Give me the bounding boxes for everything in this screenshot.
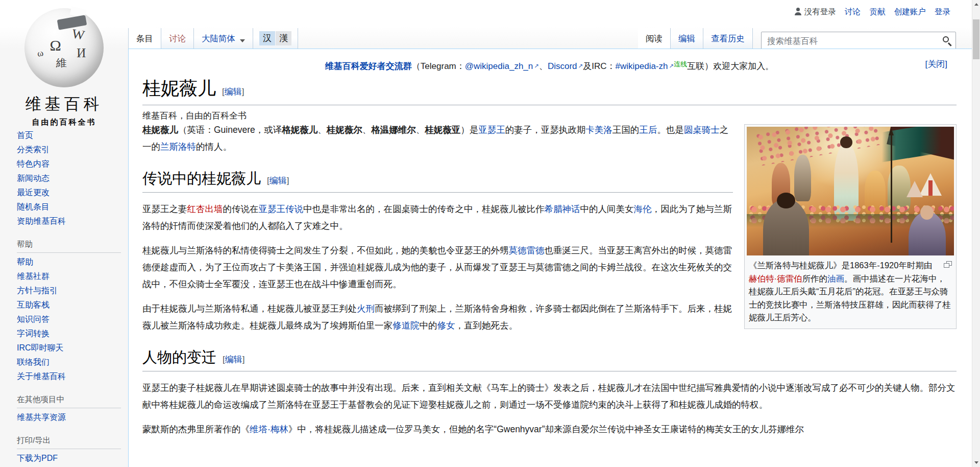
sidebar-item-donate[interactable]: 资助维基百科 <box>0 215 128 229</box>
text-link[interactable]: @wikipedia_zh_n <box>465 61 539 71</box>
text-link[interactable]: 亚瑟王传说 <box>259 204 304 214</box>
text-run: ，直到她死去。 <box>455 320 518 331</box>
text-run: ）是 <box>460 125 478 135</box>
text-run: （英语：Guinevere，或译 <box>178 125 282 135</box>
text-run: 中的 <box>420 320 437 331</box>
sidebar-item-community-portal[interactable]: 维基社群 <box>0 270 128 284</box>
tab-history[interactable]: 查看历史 <box>703 28 753 49</box>
search-icon[interactable] <box>943 36 949 42</box>
scrollbar-up-arrow[interactable] <box>972 0 980 9</box>
text-link[interactable]: 红杏出墙 <box>187 204 223 214</box>
expand-icon[interactable] <box>944 261 952 268</box>
sidebar-item-current-events[interactable]: 新闻动态 <box>0 172 128 186</box>
scrollbar-thumb[interactable] <box>973 19 979 59</box>
text-run: 的妻子，亚瑟执政期 <box>505 125 586 135</box>
text-run: 桂妮薇亚 <box>425 125 460 135</box>
text-link[interactable]: 维塔·梅林 <box>250 424 288 434</box>
painting-spear <box>891 134 892 243</box>
sidebar: 首页 分类索引 特色内容 新闻动态 最近更改 随机条目 资助维基百科 帮助 帮助… <box>0 129 128 467</box>
page-title: 桂妮薇儿[编辑] <box>142 76 957 105</box>
globe-glyph: ω <box>36 47 44 59</box>
edit-link[interactable]: 编辑 <box>270 176 287 185</box>
personal-create-account[interactable]: 创建账户 <box>894 7 926 16</box>
edit-section-title: [编辑] <box>222 87 244 97</box>
tab-variant-buttons: 汉 漢 <box>253 28 298 49</box>
text-run: 》中，将桂妮薇儿描述成一位罗马美女，但她的名字“Gwenhyvar”却来源自爱尔… <box>288 424 804 434</box>
tab-edit[interactable]: 编辑 <box>671 28 703 49</box>
section-heading-legend: 传说中的桂妮薇儿[编辑] <box>142 169 733 193</box>
sidebar-item-contact-us[interactable]: 联络我们 <box>0 356 128 370</box>
search-input[interactable] <box>761 32 956 51</box>
text-run: 中的人间美女 <box>580 204 634 214</box>
sidebar-item-home[interactable]: 首页 <box>0 129 128 143</box>
sidebar-item-help[interactable]: 帮助 <box>0 255 128 270</box>
scrollbar-down-arrow[interactable] <box>972 458 980 467</box>
search-box <box>761 32 956 51</box>
text-link[interactable]: 油画 <box>827 274 844 283</box>
text-run: 及IRC： <box>583 61 615 71</box>
personal-contributions[interactable]: 贡献 <box>869 7 885 16</box>
edit-link[interactable]: 编辑 <box>225 355 242 364</box>
tab-talk[interactable]: 讨论 <box>161 28 194 49</box>
personal-login[interactable]: 登录 <box>935 7 950 16</box>
text-run: 王国的 <box>612 125 640 135</box>
text-link[interactable]: 王后 <box>639 125 657 135</box>
text-run: 桂妮薇儿 <box>142 125 178 135</box>
text-link[interactable]: 海伦 <box>634 204 652 214</box>
personal-not-logged-in: 没有登录 <box>804 7 836 16</box>
tab-read[interactable]: 阅读 <box>638 28 671 49</box>
text-link[interactable]: 修道院 <box>393 320 420 331</box>
text-link[interactable]: 希腊神话 <box>545 204 580 214</box>
text-link[interactable]: Discord <box>548 61 583 71</box>
sidebar-item-random-article[interactable]: 随机条目 <box>0 200 128 215</box>
sidebar-item-recent-changes[interactable]: 最近更改 <box>0 186 128 200</box>
wikipedia-logo[interactable]: Ω W И 維 ω 维基百科 自由的百科全书 <box>0 0 128 127</box>
page-tabs-left: 条目 讨论 大陆简体 汉 漢 <box>128 28 298 49</box>
sidebar-item-category-index[interactable]: 分类索引 <box>0 143 128 157</box>
sidebar-item-reference-desk[interactable]: 知识问答 <box>0 313 128 327</box>
variant-hans-button[interactable]: 汉 <box>259 31 275 45</box>
edit-link[interactable]: 编辑 <box>225 87 242 97</box>
sidebar-item-village-pump[interactable]: 互助客栈 <box>0 298 128 313</box>
tab-variant-dropdown[interactable]: 大陆简体 <box>194 28 253 49</box>
sidebar-item-download-pdf[interactable]: 下载为PDF <box>0 452 128 466</box>
article-content: 维基百科爱好者交流群（Telegram：@wikipedia_zh_n、Disc… <box>128 49 972 467</box>
text-link[interactable]: 亚瑟王 <box>478 125 505 135</box>
text-run: （Telegram： <box>412 61 465 71</box>
wikipedia-globe-icon: Ω W И 維 ω <box>24 8 104 87</box>
text-link[interactable]: #wikipedia-zh <box>615 61 674 71</box>
tab-article[interactable]: 条目 <box>128 28 161 49</box>
sidebar-item-wikimedia-commons[interactable]: 维基共享资源 <box>0 411 128 425</box>
vertical-scrollbar[interactable] <box>972 0 980 467</box>
personal-talk[interactable]: 讨论 <box>845 7 861 16</box>
text-link[interactable]: 火刑 <box>357 303 375 314</box>
bracket: ] <box>242 355 245 364</box>
text-run: 连线 <box>674 60 687 68</box>
sidebar-item-policies[interactable]: 方针与指引 <box>0 284 128 298</box>
thumbnail-box: 《兰斯洛特与桂妮薇儿》是1863年-1920年时期由赫伯特·德雷伯所作的油画。画… <box>744 124 957 329</box>
page-title-text: 桂妮薇儿 <box>142 78 216 99</box>
globe-glyph: Ω <box>50 37 61 54</box>
section-heading-text: 人物的变迁 <box>142 349 216 365</box>
sidebar-item-featured-content[interactable]: 特色内容 <box>0 157 128 172</box>
text-run: 中也是非常出名的，在圆桌骑士的传奇之中，桂妮薇儿被比作 <box>303 204 545 214</box>
text-link[interactable]: 兰斯洛特 <box>160 142 196 152</box>
article-image[interactable] <box>747 127 954 255</box>
text-link[interactable]: 莫德雷德 <box>509 245 545 255</box>
text-link[interactable]: 圆桌骑士 <box>684 125 720 135</box>
variant-hant-button[interactable]: 漢 <box>276 31 291 45</box>
banner-close-link[interactable]: [关闭] <box>925 57 947 72</box>
text-link[interactable]: 维基百科爱好者交流群 <box>325 61 412 71</box>
page-tabs-right: 阅读 编辑 查看历史 <box>638 28 753 49</box>
user-icon <box>794 8 802 15</box>
edit-section: [编辑] <box>223 355 244 364</box>
sidebar-item-about-wikipedia[interactable]: 关于维基百科 <box>0 370 128 384</box>
text-link[interactable]: 赫伯特·德雷伯 <box>749 274 802 283</box>
text-link[interactable]: 卡美洛 <box>585 125 612 135</box>
text-link[interactable]: 修女 <box>437 320 455 331</box>
text-run: 桂妮薇儿与兰斯洛特的私情使得骑士之间发生了分裂，不但如此，她的美貌也令亚瑟王的外… <box>142 245 509 255</box>
painting-flag <box>876 127 946 162</box>
sidebar-item-irc-chat[interactable]: IRC即时聊天 <box>0 341 128 356</box>
sidebar-item-word-conversion[interactable]: 字词转换 <box>0 327 128 341</box>
text-run: 、 <box>539 61 548 71</box>
